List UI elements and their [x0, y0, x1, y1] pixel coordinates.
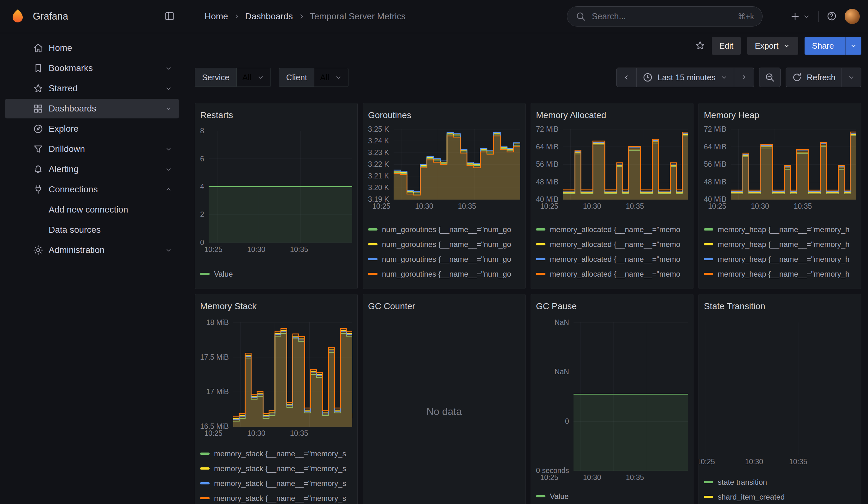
- time-forward-button[interactable]: [734, 68, 754, 87]
- refresh-button[interactable]: Refresh: [786, 68, 841, 87]
- chevron-down-icon[interactable]: [164, 246, 173, 254]
- legend-item[interactable]: memory_heap {__name__="memory_h: [704, 254, 856, 264]
- sidebar-item-data-sources[interactable]: Data sources: [5, 220, 179, 240]
- sidebar-item-starred[interactable]: Starred: [5, 79, 179, 98]
- sidebar-item-alerting[interactable]: Alerting: [5, 160, 179, 179]
- legend-item[interactable]: memory_allocated {__name__="memo: [536, 254, 688, 264]
- chevron-down-icon[interactable]: [164, 104, 173, 113]
- edit-button[interactable]: Edit: [712, 37, 741, 55]
- sidebar-item-add-new-connection[interactable]: Add new connection: [5, 200, 179, 219]
- panel-title[interactable]: Memory Allocated: [536, 108, 688, 120]
- legend-item[interactable]: memory_allocated {__name__="memo: [536, 224, 688, 235]
- sidebar-item-administration[interactable]: Administration: [5, 240, 179, 260]
- legend-item[interactable]: memory_stack {__name__="memory_s: [200, 463, 352, 474]
- y-tick-label: NaN: [555, 368, 569, 376]
- y-axis: NaNNaN00 seconds: [536, 319, 574, 474]
- legend-color-dash: [536, 258, 545, 260]
- panel-title[interactable]: GC Counter: [368, 299, 520, 313]
- panel-title[interactable]: Goroutines: [368, 108, 520, 120]
- variable-value-dropdown[interactable]: All: [314, 68, 349, 87]
- breadcrumb-dashboards[interactable]: Dashboards: [245, 11, 293, 21]
- y-tick-label: 3.21 K: [368, 172, 389, 180]
- avatar[interactable]: [845, 9, 860, 24]
- sidebar-item-label: Bookmarks: [49, 63, 93, 73]
- legend-item[interactable]: memory_stack {__name__="memory_s: [200, 478, 352, 488]
- sidebar-item-explore[interactable]: Explore: [5, 119, 179, 138]
- legend-item[interactable]: shard_item_created: [704, 492, 856, 502]
- plot-area[interactable]: [394, 129, 520, 199]
- legend-item[interactable]: memory_allocated {__name__="memo: [536, 269, 688, 279]
- chevron-up-icon[interactable]: [164, 185, 173, 194]
- legend-item[interactable]: memory_stack {__name__="memory_s: [200, 449, 352, 459]
- legend-color-dash: [704, 496, 713, 498]
- sidebar-item-label: Home: [49, 43, 72, 53]
- sidebar-item-bookmarks[interactable]: Bookmarks: [5, 59, 179, 78]
- panel-title[interactable]: State Transition: [704, 299, 856, 313]
- clock-icon: [642, 72, 653, 83]
- legend-item[interactable]: Value: [200, 269, 352, 279]
- legend-item[interactable]: memory_heap {__name__="memory_h: [704, 239, 856, 249]
- x-tick-label: 10:35: [626, 202, 644, 210]
- sidebar-item-home[interactable]: Home: [5, 38, 179, 58]
- plot-area[interactable]: [731, 129, 856, 199]
- sidebar-toggle-button[interactable]: [164, 11, 175, 22]
- legend-item[interactable]: num_goroutines {__name__="num_go: [368, 254, 520, 264]
- legend-label: memory_allocated {__name__="memo: [550, 255, 680, 264]
- export-button[interactable]: Export: [747, 37, 798, 55]
- x-tick-label: 10:35: [458, 202, 476, 210]
- legend-item[interactable]: num_goroutines {__name__="num_go: [368, 239, 520, 249]
- plot-area[interactable]: [209, 131, 352, 243]
- chevron-down-icon[interactable]: [164, 64, 173, 72]
- search-input[interactable]: Search... ⌘+k: [567, 6, 763, 27]
- sidebar-item-drilldown[interactable]: Drilldown: [5, 139, 179, 159]
- legend-item[interactable]: memory_heap {__name__="memory_h: [704, 224, 856, 235]
- new-button[interactable]: [790, 11, 810, 22]
- panel-title[interactable]: Memory Heap: [704, 108, 856, 120]
- sidebar-item-label: Alerting: [49, 164, 79, 174]
- grafana-logo[interactable]: [9, 8, 26, 25]
- sidebar-item-label: Add new connection: [49, 205, 128, 215]
- share-button[interactable]: Share: [805, 37, 861, 55]
- legend-item[interactable]: Value: [536, 491, 688, 502]
- share-menu-button[interactable]: [845, 37, 861, 55]
- sidebar-item-connections[interactable]: Connections: [5, 180, 179, 199]
- breadcrumb-home[interactable]: Home: [205, 11, 228, 21]
- chevron-down-icon[interactable]: [164, 84, 173, 93]
- variable-value-dropdown[interactable]: All: [236, 68, 271, 87]
- panel-grid: Restarts8642010:2510:3010:35ValueGorouti…: [184, 87, 868, 504]
- legend-item[interactable]: memory_stack {__name__="memory_s: [200, 493, 352, 503]
- panel-title[interactable]: Memory Stack: [200, 299, 352, 313]
- favorite-button[interactable]: [695, 40, 705, 52]
- legend-item[interactable]: memory_heap {__name__="memory_h: [704, 269, 856, 279]
- variable-value: All: [242, 73, 251, 82]
- zoom-out-button[interactable]: [759, 68, 781, 87]
- chevron-down-icon[interactable]: [164, 145, 173, 153]
- refresh-interval-button[interactable]: [841, 68, 861, 87]
- app-shell: HomeBookmarksStarredDashboardsExploreDri…: [0, 33, 868, 504]
- panel-legend: state transitionshard_item_created: [704, 477, 856, 504]
- plot-area[interactable]: [563, 129, 688, 199]
- panel-title[interactable]: Restarts: [200, 108, 352, 122]
- legend-label: Value: [214, 270, 233, 278]
- sidebar-item-dashboards[interactable]: Dashboards: [5, 99, 179, 119]
- legend-item[interactable]: memory_allocated {__name__="memo: [536, 239, 688, 249]
- legend-item[interactable]: num_goroutines {__name__="num_go: [368, 224, 520, 235]
- plot-area[interactable]: [574, 322, 688, 471]
- time-range-picker[interactable]: Last 15 minutes: [636, 68, 734, 87]
- top-actions: [790, 9, 860, 24]
- x-tick-label: 10:25: [372, 202, 391, 210]
- chevron-right-icon: [740, 73, 748, 81]
- panel-legend: Value: [536, 491, 688, 504]
- panel-title[interactable]: GC Pause: [536, 299, 688, 313]
- help-button[interactable]: [826, 11, 837, 22]
- plot-area[interactable]: [233, 322, 352, 426]
- chevron-down-icon[interactable]: [164, 165, 173, 173]
- legend-item[interactable]: state transition: [704, 477, 856, 487]
- time-back-button[interactable]: [617, 68, 636, 87]
- x-tick-label: 10:30: [583, 473, 601, 482]
- x-tick-label: 10:25: [540, 473, 558, 482]
- legend-item[interactable]: num_goroutines {__name__="num_go: [368, 269, 520, 279]
- plot-area[interactable]: [704, 322, 856, 455]
- chevron-down-icon: [783, 42, 790, 50]
- y-tick-label: 2: [200, 211, 204, 218]
